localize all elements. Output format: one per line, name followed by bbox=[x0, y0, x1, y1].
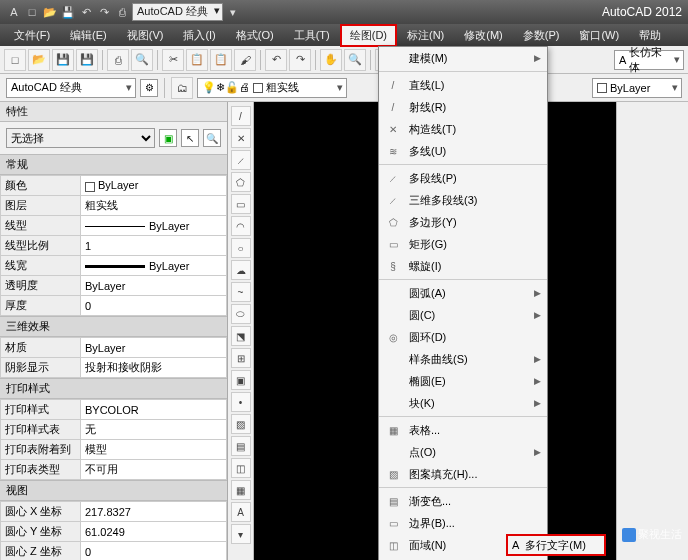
select-objects-button[interactable]: ↖ bbox=[181, 129, 199, 147]
undo-button[interactable]: ↶ bbox=[265, 49, 287, 71]
menu-工具(T)[interactable]: 工具(T) bbox=[284, 24, 340, 47]
menu-item-块(K)[interactable]: 块(K)▶ bbox=[379, 392, 547, 414]
menu-item-多线(U)[interactable]: ≋多线(U) bbox=[379, 140, 547, 162]
prop-group-视图[interactable]: 视图 bbox=[0, 480, 227, 501]
prop-group-打印样式[interactable]: 打印样式 bbox=[0, 378, 227, 399]
prop-value[interactable]: 模型 bbox=[81, 440, 227, 460]
prop-value[interactable]: ByLayer bbox=[81, 256, 227, 276]
prop-group-常规[interactable]: 常规 bbox=[0, 154, 227, 175]
zoom-button[interactable]: 🔍 bbox=[344, 49, 366, 71]
revcloud-tool[interactable]: ☁ bbox=[231, 260, 251, 280]
quick-select-button[interactable]: 🔍 bbox=[203, 129, 221, 147]
color-combo[interactable]: ByLayer bbox=[592, 78, 682, 98]
prop-value[interactable]: 粗实线 bbox=[81, 196, 227, 216]
menu-item-区域覆盖(W)[interactable]: ▱区域覆盖(W) bbox=[379, 556, 547, 560]
save-button[interactable]: 💾 bbox=[52, 49, 74, 71]
redo-icon[interactable]: ↷ bbox=[96, 4, 112, 20]
menu-item-螺旋(I)[interactable]: §螺旋(I) bbox=[379, 255, 547, 277]
prop-value[interactable]: 不可用 bbox=[81, 460, 227, 480]
circle-tool[interactable]: ○ bbox=[231, 238, 251, 258]
prop-value[interactable]: 217.8327 bbox=[81, 502, 227, 522]
cut-button[interactable]: ✂ bbox=[162, 49, 184, 71]
hatch-tool[interactable]: ▨ bbox=[231, 414, 251, 434]
menu-item-边界(B)...[interactable]: ▭边界(B)... bbox=[379, 512, 547, 534]
preview-button[interactable]: 🔍 bbox=[131, 49, 153, 71]
ellipse-tool[interactable]: ⬭ bbox=[231, 304, 251, 324]
menu-视图(V)[interactable]: 视图(V) bbox=[117, 24, 174, 47]
plot-icon[interactable]: ⎙ bbox=[114, 4, 130, 20]
menu-item-圆弧(A)[interactable]: 圆弧(A)▶ bbox=[379, 282, 547, 304]
open-button[interactable]: 📂 bbox=[28, 49, 50, 71]
annostyle-combo[interactable]: A长仿宋体 bbox=[614, 50, 684, 70]
redo-button[interactable]: ↷ bbox=[289, 49, 311, 71]
prop-value[interactable]: 1 bbox=[81, 236, 227, 256]
copy-button[interactable]: 📋 bbox=[186, 49, 208, 71]
menu-item-多段线(P)[interactable]: ⟋多段线(P) bbox=[379, 167, 547, 189]
addselect-tool[interactable]: ▾ bbox=[231, 524, 251, 544]
layer-combo[interactable]: 💡❄🔓🖨 粗实线 bbox=[197, 78, 347, 98]
menu-item-点(O)[interactable]: 点(O)▶ bbox=[379, 441, 547, 463]
xline-tool[interactable]: ✕ bbox=[231, 128, 251, 148]
plot-button[interactable]: ⎙ bbox=[107, 49, 129, 71]
menu-修改(M)[interactable]: 修改(M) bbox=[454, 24, 513, 47]
line-tool[interactable]: / bbox=[231, 106, 251, 126]
workspace-settings-button[interactable]: ⚙ bbox=[140, 79, 158, 97]
prop-value[interactable]: ByLayer bbox=[81, 338, 227, 358]
menu-item-构造线(T)[interactable]: ✕构造线(T) bbox=[379, 118, 547, 140]
toggle-pickadd-button[interactable]: ▣ bbox=[159, 129, 177, 147]
new-button[interactable]: □ bbox=[4, 49, 26, 71]
ellipsearc-tool[interactable]: ⬔ bbox=[231, 326, 251, 346]
pline-tool[interactable]: ⟋ bbox=[231, 150, 251, 170]
menu-参数(P)[interactable]: 参数(P) bbox=[513, 24, 570, 47]
menu-item-表格...[interactable]: ▦表格... bbox=[379, 419, 547, 441]
menu-item-样条曲线(S)[interactable]: 样条曲线(S)▶ bbox=[379, 348, 547, 370]
menu-item-圆环(D)[interactable]: ◎圆环(D) bbox=[379, 326, 547, 348]
workspace-dropdown[interactable]: AutoCAD 经典 bbox=[132, 3, 223, 21]
prop-value[interactable]: ByLayer bbox=[81, 216, 227, 236]
prop-value[interactable]: 0 bbox=[81, 296, 227, 316]
gradient-tool[interactable]: ▤ bbox=[231, 436, 251, 456]
menu-item-多边形(Y)[interactable]: ⬠多边形(Y) bbox=[379, 211, 547, 233]
prop-value[interactable]: 无 bbox=[81, 420, 227, 440]
layer-props-button[interactable]: 🗂 bbox=[171, 77, 193, 99]
point-tool[interactable]: • bbox=[231, 392, 251, 412]
prop-group-三维效果[interactable]: 三维效果 bbox=[0, 316, 227, 337]
prop-value[interactable]: ByLayer bbox=[81, 276, 227, 296]
menu-item-渐变色...[interactable]: ▤渐变色... bbox=[379, 490, 547, 512]
prop-value[interactable]: 0 bbox=[81, 542, 227, 561]
insert-tool[interactable]: ⊞ bbox=[231, 348, 251, 368]
region-tool[interactable]: ◫ bbox=[231, 458, 251, 478]
menu-item-圆(C)[interactable]: 圆(C)▶ bbox=[379, 304, 547, 326]
menu-格式(O)[interactable]: 格式(O) bbox=[226, 24, 284, 47]
menu-item-矩形(G)[interactable]: ▭矩形(G) bbox=[379, 233, 547, 255]
match-button[interactable]: 🖌 bbox=[234, 49, 256, 71]
polygon-tool[interactable]: ⬠ bbox=[231, 172, 251, 192]
arc-tool[interactable]: ◠ bbox=[231, 216, 251, 236]
menu-item-射线(R)[interactable]: /射线(R) bbox=[379, 96, 547, 118]
open-icon[interactable]: 📂 bbox=[42, 4, 58, 20]
prop-value[interactable]: ByLayer bbox=[81, 176, 227, 196]
menu-文件(F)[interactable]: 文件(F) bbox=[4, 24, 60, 47]
table-tool[interactable]: ▦ bbox=[231, 480, 251, 500]
undo-icon[interactable]: ↶ bbox=[78, 4, 94, 20]
save-icon[interactable]: 💾 bbox=[60, 4, 76, 20]
saveas-button[interactable]: 💾 bbox=[76, 49, 98, 71]
selection-dropdown[interactable]: 无选择 bbox=[6, 128, 155, 148]
prop-value[interactable]: BYCOLOR bbox=[81, 400, 227, 420]
paste-button[interactable]: 📋 bbox=[210, 49, 232, 71]
menu-绘图(D)[interactable]: 绘图(D) bbox=[340, 24, 397, 47]
menu-插入(I)[interactable]: 插入(I) bbox=[173, 24, 225, 47]
block-tool[interactable]: ▣ bbox=[231, 370, 251, 390]
prop-value[interactable]: 61.0249 bbox=[81, 522, 227, 542]
menu-item-直线(L)[interactable]: /直线(L) bbox=[379, 74, 547, 96]
mtext-tool[interactable]: A bbox=[231, 502, 251, 522]
menu-窗口(W)[interactable]: 窗口(W) bbox=[569, 24, 629, 47]
menu-item-图案填充(H)...[interactable]: ▨图案填充(H)... bbox=[379, 463, 547, 485]
workspace-combo[interactable]: AutoCAD 经典 bbox=[6, 78, 136, 98]
app-menu-icon[interactable]: A bbox=[6, 4, 22, 20]
new-icon[interactable]: □ bbox=[24, 4, 40, 20]
prop-value[interactable]: 投射和接收阴影 bbox=[81, 358, 227, 378]
menu-item-建模(M)[interactable]: 建模(M)▶ bbox=[379, 47, 547, 69]
text-submenu[interactable]: A 多行文字(M) bbox=[506, 534, 606, 556]
rect-tool[interactable]: ▭ bbox=[231, 194, 251, 214]
